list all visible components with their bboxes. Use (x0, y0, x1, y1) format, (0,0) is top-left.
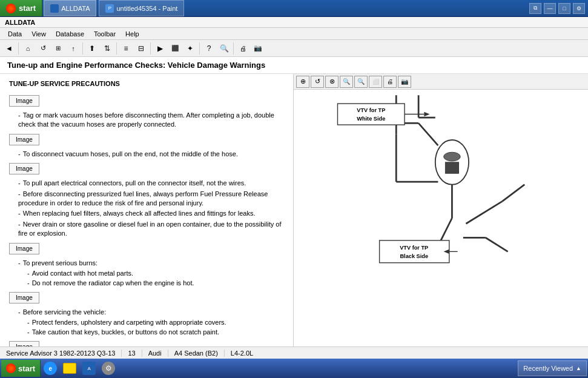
bullet-1: -Tag or mark vacuum hoses before disconn… (9, 111, 284, 130)
tb-list[interactable]: ≡ (119, 41, 133, 56)
rt-zoom-search[interactable]: 🔍 (340, 76, 353, 88)
tb-up[interactable]: ↑ (66, 41, 81, 56)
chevron-up-icon: ▲ (576, 365, 581, 371)
paint-icon: P (105, 4, 114, 13)
start-icon-bottom (6, 363, 16, 373)
app-icon: A (82, 362, 96, 375)
rt-frame[interactable]: ⬜ (369, 76, 382, 88)
svg-line-16 (441, 218, 452, 240)
menu-bar: Data View Database Toolbar Help (0, 28, 588, 40)
tb-sep1 (18, 42, 19, 55)
svg-marker-7 (424, 112, 429, 116)
quicklaunch-app[interactable]: A (80, 360, 98, 377)
svg-text:VTV for TP: VTV for TP (357, 107, 385, 113)
left-content-panel: TUNE-UP SERVICE PRECAUTIONS Image -Tag o… (0, 74, 294, 346)
tb-star[interactable]: ✦ (183, 41, 197, 56)
right-toolbar: ⊕ ↺ ⊗ 🔍 🔍 ⬜ 🖨 📷 (294, 74, 588, 90)
rt-zoom-out[interactable]: 🔍 (354, 76, 368, 88)
paint-taskbar-btn[interactable]: P untitled45354 - Paint (99, 0, 184, 16)
svg-line-11 (418, 123, 438, 145)
tb-minus[interactable]: ⊟ (134, 41, 148, 56)
recently-viewed-button[interactable]: Recently Viewed ▲ (518, 360, 587, 376)
tb-nav[interactable]: ⇅ (100, 41, 114, 56)
tb-stop[interactable]: ⬛ (168, 41, 182, 56)
image-placeholder-3[interactable]: Image (9, 163, 39, 174)
menu-view[interactable]: View (27, 29, 51, 39)
start-label: start (19, 4, 36, 13)
start-icon (6, 4, 16, 13)
tb-print[interactable]: 🖨 (236, 41, 250, 56)
tb-back[interactable]: ◄ (2, 41, 16, 56)
bullet-12: -Take caution that keys, buckles, or but… (9, 328, 284, 337)
image-placeholder-2[interactable]: Image (9, 134, 39, 145)
folder-icon (63, 363, 76, 374)
rt-print[interactable]: 🖨 (383, 76, 397, 88)
bullet-6: -Never drain or store gasoline or diesel… (9, 220, 284, 239)
taskbar-bottom: start e A ⚙ Recently Viewed ▲ (0, 359, 588, 378)
tb-sep2 (82, 42, 83, 55)
menu-help[interactable]: Help (121, 29, 144, 39)
bullet-8: -Avoid contact with hot metal parts. (9, 269, 284, 278)
image-placeholder-4[interactable]: Image (9, 243, 39, 254)
menu-toolbar[interactable]: Toolbar (89, 29, 121, 39)
tb-help[interactable]: ? (202, 41, 216, 56)
tb-arrow-up[interactable]: ⬆ (85, 41, 99, 56)
settings-icon: ⚙ (102, 362, 115, 375)
image-placeholder-5[interactable]: Image (9, 292, 39, 303)
svg-line-26 (502, 185, 524, 202)
rt-camera[interactable]: 📷 (398, 76, 411, 88)
page-title: Tune-up and Engine Performance Checks: V… (7, 61, 265, 70)
menu-data[interactable]: Data (3, 29, 27, 39)
svg-line-24 (486, 237, 508, 251)
main-toolbar: ◄ ⌂ ↺ ⊞ ↑ ⬆ ⇅ ≡ ⊟ ▶ ⬛ ✦ ? 🔍 🖨 📷 (0, 40, 588, 57)
tb-grid[interactable]: ⊞ (51, 41, 65, 56)
bullet-7: -To prevent serious burns: (9, 259, 284, 268)
minimize-btn[interactable]: — (544, 3, 556, 14)
alldata-taskbar-btn[interactable]: ALLDATA (44, 0, 96, 16)
quicklaunch-folder[interactable] (61, 360, 79, 377)
tb-sep3 (116, 42, 117, 55)
quicklaunch-settings[interactable]: ⚙ (99, 360, 117, 377)
svg-text:VTV for TP: VTV for TP (400, 245, 428, 251)
bullet-11: -Protect fenders, upholstery and carpeti… (9, 318, 284, 327)
gear-btn[interactable]: ⚙ (573, 3, 585, 14)
app-name: ALLDATA (5, 19, 35, 26)
maximize-btn[interactable]: □ (558, 3, 570, 14)
rt-rotate[interactable]: ↺ (311, 76, 324, 88)
page-heading: Tune-up and Engine Performance Checks: V… (0, 57, 588, 74)
tb-sep6 (233, 42, 234, 55)
start-label-bottom: start (18, 364, 35, 373)
rt-zoom-in[interactable]: ⊕ (296, 76, 309, 88)
status-make: Audi (142, 350, 168, 357)
tb-home[interactable]: ⌂ (21, 41, 35, 56)
bullet-2: -To disconnect vacuum hoses, pull on the… (9, 150, 284, 159)
tb-search[interactable]: 🔍 (217, 41, 231, 56)
status-bar: Service Advisor 3 1982-20123 Q3-13 13 Au… (0, 346, 588, 359)
tb-play[interactable]: ▶ (153, 41, 167, 56)
paint-label: untitled45354 - Paint (116, 5, 177, 12)
bullet-4: -Before disconnecting pressurized fuel l… (9, 190, 284, 208)
svg-line-25 (466, 201, 502, 224)
ie-icon: e (44, 362, 57, 375)
bullet-5: -When replacing fuel filters, always che… (9, 209, 284, 218)
quicklaunch-ie[interactable]: e (41, 360, 59, 377)
tb-refresh[interactable]: ↺ (36, 41, 50, 56)
menu-database[interactable]: Database (51, 29, 89, 39)
start-button-bottom[interactable]: start (1, 360, 41, 377)
svg-point-9 (444, 152, 461, 161)
tb-cam[interactable]: 📷 (251, 41, 265, 56)
section-title: TUNE-UP SERVICE PRECAUTIONS (9, 80, 284, 87)
status-model: A4 Sedan (B2) (168, 350, 225, 357)
bullet-9: -Do not remove the radiator cap when the… (9, 279, 284, 288)
image-placeholder-1[interactable]: Image (9, 95, 39, 107)
status-engine: L4-2.0L (225, 350, 259, 357)
bullet-3: -To pull apart electrical connectors, pu… (9, 179, 284, 188)
restore-btn[interactable]: ⧉ (529, 3, 541, 14)
image-placeholder-6[interactable]: Image (9, 341, 39, 346)
svg-text:Black Side: Black Side (400, 253, 428, 259)
diagram-area: VTV for TP White Side (294, 90, 588, 346)
rt-fit[interactable]: ⊗ (325, 76, 339, 88)
start-button[interactable]: start (0, 0, 42, 16)
tb-sep5 (199, 42, 200, 55)
status-page: 13 (122, 350, 142, 357)
